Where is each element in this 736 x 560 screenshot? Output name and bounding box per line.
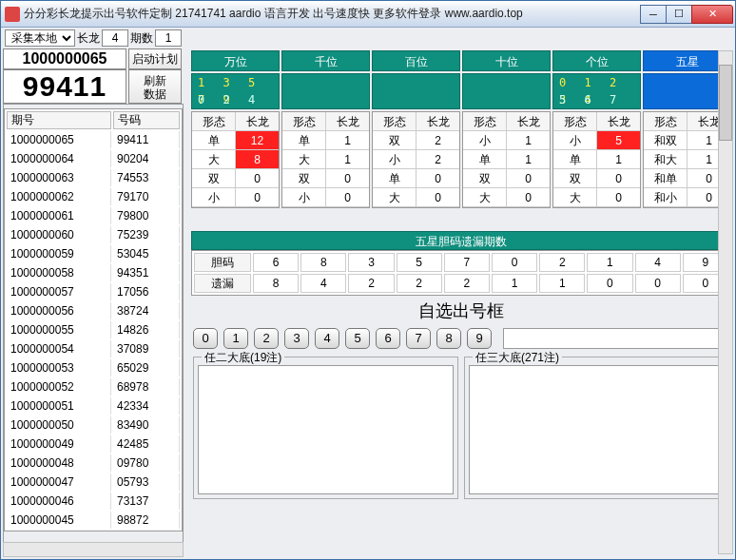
table-row[interactable]: 100000006490204 (7, 150, 180, 167)
toolbar: 采集本地 长龙 期数 (1, 28, 735, 48)
refresh-button[interactable]: 刷新数据 (128, 69, 182, 104)
table-row[interactable]: 100000005514826 (7, 321, 180, 338)
table-row[interactable]: 100000005894351 (7, 264, 180, 281)
digit-col (372, 73, 460, 109)
right-pane: 万位千位百位十位个位五星 1 3 5 7 90 2 4 6 8 0 1 2 3 … (191, 50, 731, 499)
current-number: 99411 (3, 69, 126, 104)
table-row[interactable]: 100000004942485 (7, 435, 180, 453)
digit-col: 1 3 5 7 90 2 4 6 8 (191, 73, 280, 109)
main-window: 分分彩长龙提示出号软件定制 21741741 aardio 语言开发 出号速度快… (0, 0, 736, 560)
digit-rows: 1 3 5 7 90 2 4 6 8 0 1 2 3 45 6 7 8 9 (191, 73, 731, 109)
table-row[interactable]: 100000005437089 (7, 340, 180, 357)
pos-header-cell: 万位 (191, 50, 280, 71)
pattern-box: 形态长龙小1单1双0大0 (462, 111, 551, 208)
table-row[interactable]: 100000005365029 (7, 359, 180, 377)
num-button-0[interactable]: 0 (193, 328, 218, 349)
table-row[interactable]: 100000004673137 (7, 492, 180, 510)
col-period[interactable]: 期号 (7, 111, 111, 129)
history-table[interactable]: 期号 号码 1000000065994111000000064902041000… (3, 104, 184, 547)
table-row[interactable]: 100000005268978 (7, 378, 180, 396)
num-button-7[interactable]: 7 (406, 328, 431, 349)
input-changlong[interactable] (102, 29, 128, 47)
num-result[interactable] (503, 328, 729, 349)
table-row[interactable]: 100000005953045 (7, 245, 180, 262)
window-title: 分分彩长龙提示出号软件定制 21741741 aardio 语言开发 出号速度快… (24, 6, 641, 22)
num-button-3[interactable]: 3 (284, 328, 309, 349)
maximize-button[interactable]: ☐ (666, 5, 692, 24)
num-button-6[interactable]: 6 (376, 328, 400, 349)
self-select-title: 自选出号框 (191, 298, 731, 324)
label-changlong: 长龙 (77, 30, 100, 47)
number-buttons: 0123456789 (191, 324, 731, 353)
pattern-tables: 形态长龙单12大8双0小0形态长龙单1大1双0小0形态长龙双2小2单0大0形态长… (191, 111, 731, 208)
pos-header-cell: 千位 (281, 50, 370, 71)
num-button-1[interactable]: 1 (223, 328, 248, 349)
pattern-box: 形态长龙单12大8双0小0 (191, 111, 280, 208)
v-scrollbar[interactable] (718, 50, 733, 554)
table-row[interactable]: 100000005638724 (7, 302, 180, 319)
group-boxes: 任二大底(19注)任三大底(271注) (191, 357, 731, 499)
table-row[interactable]: 100000004598872 (7, 512, 180, 529)
num-button-8[interactable]: 8 (436, 328, 461, 349)
table-row[interactable]: 100000004705793 (7, 473, 180, 491)
digit-col (281, 73, 370, 109)
start-plan-button[interactable]: 启动计划 (128, 48, 182, 69)
group-label: 任三大底(271注) (473, 350, 562, 366)
num-button-5[interactable]: 5 (345, 328, 370, 349)
close-button[interactable]: ✕ (691, 5, 733, 24)
input-periods[interactable] (155, 29, 182, 47)
pos-header-cell: 十位 (462, 50, 551, 71)
table-row[interactable]: 100000004809780 (7, 454, 180, 472)
group-label: 任二大底(19注) (202, 350, 284, 366)
digit-col: 0 1 2 3 45 6 7 8 9 (552, 73, 641, 109)
digit-col (462, 73, 551, 109)
title-bar[interactable]: 分分彩长龙提示出号软件定制 21741741 aardio 语言开发 出号速度快… (1, 1, 735, 28)
app-icon (5, 7, 20, 22)
miss-table: 胆码6835702149遗漏8422211000 (191, 250, 731, 296)
pattern-box: 形态长龙小5单1双0大0 (552, 111, 641, 208)
table-row[interactable]: 100000006374553 (7, 169, 180, 186)
group-box-1: 任三大底(271注) (464, 357, 729, 499)
table-row[interactable]: 100000006075239 (7, 226, 180, 243)
left-pane: 1000000065 启动计划 99411 刷新数据 期号 号码 1000000… (3, 48, 184, 547)
table-row[interactable]: 100000005083490 (7, 416, 180, 434)
table-row[interactable]: 100000005142334 (7, 397, 180, 415)
miss-header: 五星胆码遗漏期数 (191, 231, 731, 250)
minimize-button[interactable]: ─ (640, 5, 667, 24)
current-period: 1000000065 (3, 48, 126, 69)
num-button-9[interactable]: 9 (467, 328, 492, 349)
label-periods: 期数 (130, 30, 153, 47)
col-number[interactable]: 号码 (113, 111, 180, 129)
source-select[interactable]: 采集本地 (5, 29, 75, 47)
group-box-0: 任二大底(19注) (193, 357, 458, 499)
pos-header-cell: 百位 (372, 50, 460, 71)
num-button-4[interactable]: 4 (315, 328, 339, 349)
pos-header-cell: 个位 (552, 50, 641, 71)
h-scrollbar-left[interactable] (3, 542, 184, 557)
position-header: 万位千位百位十位个位五星 (191, 50, 731, 71)
scroll-thumb[interactable] (719, 65, 732, 141)
table-row[interactable]: 100000005717056 (7, 283, 180, 300)
table-row[interactable]: 100000006599411 (7, 131, 180, 148)
pattern-box: 形态长龙双2小2单0大0 (372, 111, 460, 208)
pattern-box: 形态长龙单1大1双0小0 (281, 111, 370, 208)
group-textarea[interactable] (469, 365, 725, 494)
num-button-2[interactable]: 2 (254, 328, 279, 349)
group-textarea[interactable] (198, 365, 454, 494)
table-row[interactable]: 100000006279170 (7, 188, 180, 205)
table-row[interactable]: 100000006179800 (7, 207, 180, 224)
